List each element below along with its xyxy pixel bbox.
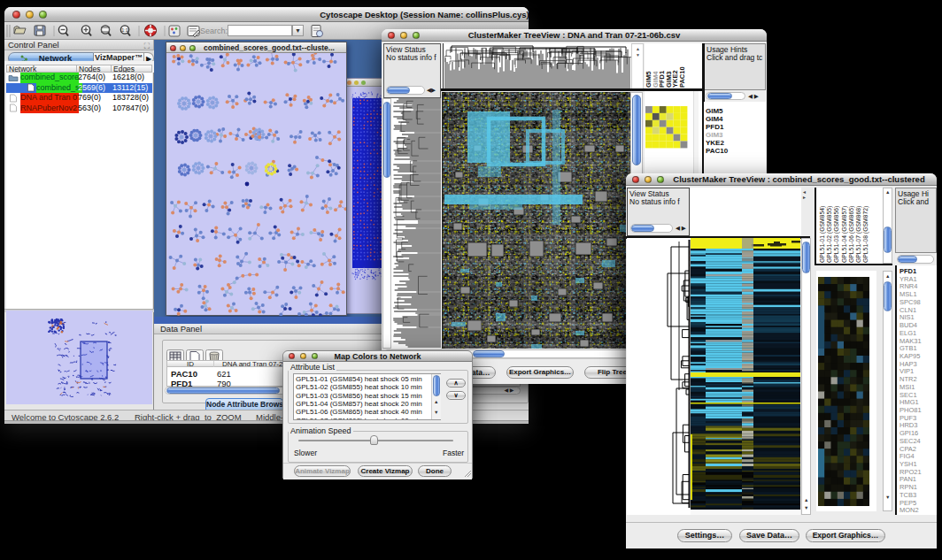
svg-text:Search:: Search: [200, 27, 228, 35]
svg-text:1:1: 1:1 [121, 27, 128, 33]
